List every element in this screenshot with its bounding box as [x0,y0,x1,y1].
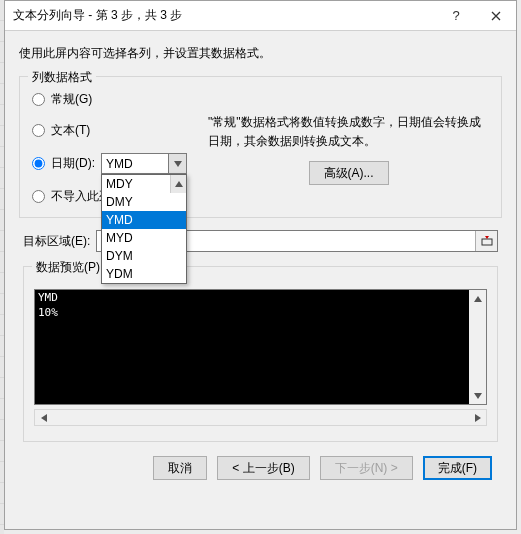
preview-horizontal-scrollbar[interactable] [34,409,487,426]
radio-general[interactable]: 常规(G) [32,91,192,108]
titlebar: 文本分列向导 - 第 3 步，共 3 步 ? [5,1,516,31]
preview-vertical-scrollbar[interactable] [469,290,486,404]
wizard-dialog: 文本分列向导 - 第 3 步，共 3 步 ? 使用此屏内容可选择各列，并设置其数… [4,0,517,530]
date-format-combo[interactable]: YMD MDYDMYYMDMYDDYMYDM [101,153,187,174]
combo-dropdown-button[interactable] [168,154,186,173]
scroll-track[interactable] [469,307,486,387]
format-radios: 常规(G) 文本(T) 日期(D): YMD [32,91,192,205]
scroll-down-button[interactable] [469,387,486,404]
dialog-content: 使用此屏内容可选择各列，并设置其数据格式。 列数据格式 常规(G) 文本(T) [5,31,516,498]
radio-skip-input[interactable] [32,190,45,203]
scroll-left-button[interactable] [35,410,52,425]
instruction-text: 使用此屏内容可选择各列，并设置其数据格式。 [19,45,502,62]
date-option[interactable]: DYM [102,247,186,265]
scroll-right-button[interactable] [469,410,486,425]
target-row: 目标区域(E): [23,230,498,252]
footer-buttons: 取消 < 上一步(B) 下一步(N) > 完成(F) [19,456,502,490]
date-format-dropdown[interactable]: MDYDMYYMDMYDDYMYDM [101,174,187,284]
chevron-up-icon [474,296,482,302]
chevron-left-icon [41,414,47,422]
radio-text[interactable]: 文本(T) [32,122,192,139]
scroll-up-button[interactable] [469,290,486,307]
dialog-title: 文本分列向导 - 第 3 步，共 3 步 [13,7,436,24]
preview-row: 10% [35,305,469,320]
radio-date-label: 日期(D): [51,155,95,172]
radio-general-input[interactable] [32,93,45,106]
close-button[interactable] [476,1,516,31]
preview-box[interactable]: YMD 10% [34,289,487,405]
close-icon [491,11,501,21]
column-format-group: 列数据格式 常规(G) 文本(T) 日期(D): [19,76,502,218]
help-button[interactable]: ? [436,1,476,31]
cancel-button[interactable]: 取消 [153,456,207,480]
date-option[interactable]: MYD [102,229,186,247]
dropdown-scroll-up[interactable] [170,175,186,193]
date-option[interactable]: DMY [102,193,186,211]
scroll-track[interactable] [52,410,469,425]
column-format-legend: 列数据格式 [28,69,96,86]
target-label: 目标区域(E): [23,233,90,250]
radio-date-input[interactable] [32,157,45,170]
preview-legend: 数据预览(P) [32,259,104,276]
svg-rect-0 [482,239,492,245]
date-option[interactable]: YMD [102,211,186,229]
format-description-area: "常规"数据格式将数值转换成数字，日期值会转换成日期，其余数据则转换成文本。 高… [208,91,489,205]
advanced-button[interactable]: 高级(A)... [309,161,389,185]
chevron-right-icon [475,414,481,422]
radio-general-label: 常规(G) [51,91,92,108]
date-format-selected: YMD [102,157,168,171]
radio-text-input[interactable] [32,124,45,137]
finish-button[interactable]: 完成(F) [423,456,492,480]
range-picker-icon [481,236,493,246]
date-option[interactable]: YDM [102,265,186,283]
preview-col-header: YMD [35,290,469,305]
format-description: "常规"数据格式将数值转换成数字，日期值会转换成日期，其余数据则转换成文本。 [208,113,489,151]
chevron-down-icon [474,393,482,399]
radio-date[interactable]: 日期(D): YMD [32,153,192,174]
range-picker-button[interactable] [475,231,497,251]
back-button[interactable]: < 上一步(B) [217,456,309,480]
preview-group: 数据预览(P) YMD 10% [23,266,498,442]
radio-text-label: 文本(T) [51,122,90,139]
chevron-down-icon [174,161,182,167]
chevron-up-icon [175,181,183,187]
next-button: 下一步(N) > [320,456,413,480]
